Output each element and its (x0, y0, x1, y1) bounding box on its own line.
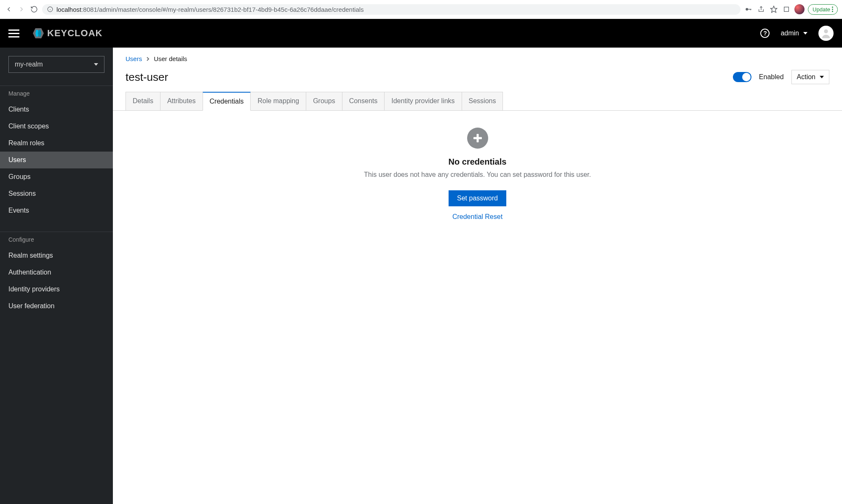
caret-down-icon (820, 76, 824, 78)
set-password-button[interactable]: Set password (449, 190, 506, 206)
svg-point-3 (746, 8, 748, 11)
empty-state: No credentials This user does not have a… (113, 111, 842, 237)
sidebar-item-users[interactable]: Users (0, 152, 113, 168)
page-title: test-user (126, 71, 168, 84)
action-dropdown[interactable]: Action (791, 70, 829, 84)
breadcrumb-users-link[interactable]: Users (126, 55, 142, 62)
browser-profile-icon[interactable] (794, 4, 805, 14)
svg-rect-8 (784, 7, 789, 12)
sidebar-item-user-federation[interactable]: User federation (0, 298, 113, 315)
url-host: localhost (56, 6, 81, 13)
key-icon[interactable] (744, 5, 753, 14)
breadcrumb-current: User details (154, 55, 187, 62)
sidebar-item-events[interactable]: Events (0, 202, 113, 219)
empty-description: This user does not have any credentials.… (121, 171, 834, 179)
sidebar-item-sessions[interactable]: Sessions (0, 185, 113, 202)
help-icon[interactable]: ? (760, 29, 770, 38)
tab-sessions[interactable]: Sessions (462, 92, 503, 110)
svg-point-11 (832, 11, 833, 12)
star-icon[interactable] (769, 5, 778, 14)
avatar[interactable] (818, 26, 834, 41)
tab-consents[interactable]: Consents (342, 92, 385, 110)
sidebar-item-client-scopes[interactable]: Client scopes (0, 118, 113, 135)
url-path: :8081/admin/master/console/#/my-realm/us… (81, 6, 364, 13)
action-label: Action (797, 73, 815, 81)
empty-title: No credentials (121, 157, 834, 167)
back-icon[interactable] (4, 5, 13, 14)
update-button[interactable]: Update (808, 4, 838, 15)
svg-marker-7 (771, 6, 777, 13)
logo-icon (32, 27, 45, 39)
browser-bar: localhost :8081/admin/master/console/#/m… (0, 0, 842, 19)
breadcrumb: Users User details (113, 48, 842, 70)
svg-rect-5 (751, 9, 751, 10)
sidebar-item-realm-roles[interactable]: Realm roles (0, 135, 113, 152)
sidebar-item-authentication[interactable]: Authentication (0, 264, 113, 281)
plus-circle-icon (467, 128, 488, 149)
sidebar-item-groups[interactable]: Groups (0, 168, 113, 185)
tab-credentials[interactable]: Credentials (203, 92, 251, 111)
tab-role-mapping[interactable]: Role mapping (250, 92, 306, 110)
forward-icon[interactable] (17, 5, 26, 14)
app-header: KEYCLOAK ? admin (0, 19, 842, 48)
hamburger-icon[interactable] (8, 29, 19, 37)
user-menu[interactable]: admin (781, 29, 807, 37)
caret-down-icon (803, 32, 807, 35)
tab-details[interactable]: Details (126, 92, 160, 110)
url-bar[interactable]: localhost :8081/admin/master/console/#/m… (42, 4, 740, 15)
more-icon (832, 6, 833, 12)
sidebar-item-clients[interactable]: Clients (0, 101, 113, 118)
tabs: DetailsAttributesCredentialsRole mapping… (113, 92, 842, 111)
credential-reset-link[interactable]: Credential Reset (121, 213, 834, 221)
chevron-right-icon (146, 57, 150, 61)
svg-point-10 (832, 9, 833, 10)
svg-point-9 (832, 7, 833, 8)
update-label: Update (813, 6, 830, 13)
tab-groups[interactable]: Groups (306, 92, 342, 110)
logo: KEYCLOAK (32, 27, 102, 39)
sidebar-item-realm-settings[interactable]: Realm settings (0, 247, 113, 264)
sidebar: my-realm Manage ClientsClient scopesReal… (0, 48, 113, 504)
realm-name: my-realm (15, 61, 43, 68)
avatar-icon (820, 27, 832, 39)
username-label: admin (781, 29, 799, 37)
logo-text: KEYCLOAK (47, 28, 102, 39)
extensions-icon[interactable] (782, 5, 791, 14)
info-icon (47, 6, 53, 12)
realm-selector[interactable]: my-realm (8, 56, 104, 73)
sidebar-section-manage: Manage (0, 85, 113, 101)
tab-identity-provider-links[interactable]: Identity provider links (384, 92, 462, 110)
sidebar-item-identity-providers[interactable]: Identity providers (0, 281, 113, 298)
enabled-label: Enabled (759, 73, 784, 81)
sidebar-section-configure: Configure (0, 232, 113, 247)
enabled-toggle[interactable] (733, 72, 751, 82)
caret-down-icon (94, 63, 98, 66)
tab-attributes[interactable]: Attributes (160, 92, 203, 110)
reload-icon[interactable] (29, 5, 39, 14)
svg-rect-17 (473, 137, 482, 139)
share-icon[interactable] (756, 5, 766, 14)
svg-point-15 (824, 29, 828, 33)
